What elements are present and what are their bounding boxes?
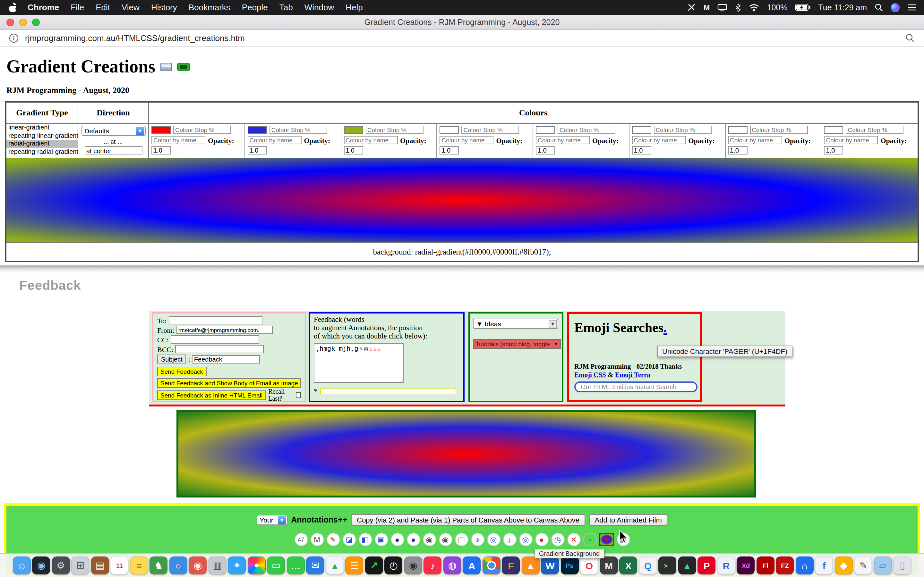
dock-icon-photos[interactable] [248,556,266,574]
dock-icon-finder[interactable]: ☺ [13,556,31,574]
menu-item-window[interactable]: Window [299,3,340,12]
copy-paste-canvas-button[interactable]: Copy (via 2) and Paste (via 1) Parts of … [351,514,585,526]
colour-name-input[interactable] [248,136,302,144]
dock-icon-stocks[interactable]: ↗ [365,556,383,574]
menu-clock[interactable]: Tue 11:29 am [819,3,867,12]
annotation-icon[interactable]: M [310,533,324,546]
annotation-icon[interactable]: ◉ [423,533,436,546]
dock-icon-camera[interactable]: ◉ [404,556,422,574]
dock-icon-pinterest[interactable]: P [698,556,716,574]
dock-icon-siri[interactable]: ◉ [32,556,50,574]
dock-icon-launchpad[interactable]: ⊞ [71,556,89,574]
direction-select[interactable]: Defaults ▼ [81,126,145,136]
opacity-input[interactable] [824,146,843,155]
from-input[interactable] [176,326,273,334]
gmail-icon[interactable]: M [704,3,710,12]
dock-icon-sketch[interactable]: ◆ [835,556,853,574]
gradient-type-option[interactable]: repeating-linear-gradient [6,132,78,140]
colour-stop-input[interactable] [270,126,327,134]
dock-icon-chrome[interactable] [483,556,501,574]
dock-icon-firefox[interactable]: F [502,556,520,574]
dock-icon-photoshop[interactable]: Ps [561,556,579,574]
dock-icon-mail[interactable]: ✉ [306,556,325,574]
dock-icon-terminal[interactable]: >_ [659,556,677,574]
dock-icon-reminders[interactable]: ☰ [346,556,363,574]
page-info-icon[interactable] [9,33,19,43]
colour-swatch[interactable] [536,126,555,134]
subject-input[interactable] [192,355,260,363]
gradient-type-option[interactable]: radial-gradient [6,140,78,148]
menu-item-people[interactable]: People [236,3,274,12]
colour-stop-input[interactable] [462,126,519,134]
annotation-icon[interactable]: ◷ [551,533,564,546]
spotlight-icon[interactable] [875,3,883,11]
colour-stop-input[interactable] [654,126,712,134]
siri-icon[interactable] [891,3,900,12]
gradient-type-list[interactable]: linear-gradientrepeating-linear-gradient… [6,124,78,158]
browser-url-bar[interactable]: rjmprogramming.com.au/HTMLCSS/gradient_c… [0,30,924,47]
colour-swatch[interactable] [824,126,843,134]
colour-name-input[interactable] [536,136,590,144]
opacity-input[interactable] [632,146,651,155]
your-select[interactable]: Your ▼ [256,515,287,525]
opacity-input[interactable] [248,146,267,155]
direction-input[interactable] [84,146,142,155]
colour-swatch[interactable] [248,126,267,134]
dock-icon-podcasts[interactable]: ◍ [443,556,461,574]
annotation-icon[interactable]: ▢ [455,533,468,546]
feedback-textarea[interactable]: ,hmgk mjh,g✎▤♨♨♨ ◿ [314,343,404,383]
wifi-icon[interactable] [749,3,759,11]
gradient-type-option[interactable]: repeating-radial-gradient [6,148,78,156]
annotation-icon[interactable]: ● [535,533,548,546]
dock-icon-calendar[interactable]: 11 [111,556,129,574]
dock-icon-quicktime[interactable]: Q [639,556,657,574]
send-feedback-button[interactable]: Send Feedback [157,367,206,376]
dock-icon-notes[interactable]: ≡ [130,556,148,574]
annotation-icon[interactable]: ♪ [471,533,484,546]
dock-icon-maps[interactable]: ▲ [326,556,344,574]
dock-icon-photo-booth[interactable]: ◉ [189,556,207,574]
dock-icon-facetime[interactable]: ▭ [267,556,285,574]
annotation-icon[interactable]: ● [407,533,420,546]
annotation-position-input[interactable] [320,388,456,394]
annotation-icon[interactable]: ✕ [567,533,580,546]
dock-icon-settings-dark[interactable]: ⚙ [52,556,70,574]
colour-swatch[interactable] [632,126,651,134]
send-feedback-image-button[interactable]: Send Feedback and Show Body of Email as … [157,378,301,388]
annotation-icon[interactable]: ▣ [375,533,388,546]
dock-icon-clock[interactable]: ◴ [384,556,403,574]
opacity-input[interactable] [152,146,171,155]
cc-input[interactable] [170,335,259,343]
colour-name-input[interactable] [728,136,782,144]
url-text[interactable]: rjmprogramming.com.au/HTMLCSS/gradient_c… [25,33,245,43]
resize-grip-icon[interactable]: ◿ [400,378,403,384]
annotation-icon[interactable]: ◪ [342,533,356,546]
emoji-entities-search-input[interactable] [574,382,698,392]
annotation-icon[interactable]: 47 [294,533,308,546]
opacity-input[interactable] [536,146,555,155]
dock-icon-downloads-folder[interactable]: ▱ [874,556,892,574]
colour-swatch[interactable] [152,126,171,134]
colour-stop-input[interactable] [846,126,904,134]
colour-swatch[interactable] [440,126,459,134]
display-icon[interactable] [718,3,727,11]
dock-icon-mamp[interactable]: M [600,556,618,574]
bcc-input[interactable] [175,345,264,353]
dock-icon-messages[interactable]: … [287,556,305,574]
dock-icon-android-studio[interactable]: ▲ [678,556,696,574]
tutorials-select[interactable]: Tutorials (show blog, toggle ▼ [473,339,561,349]
dock-icon-excel[interactable]: X [620,556,638,574]
dock-icon-opera[interactable]: O [580,556,598,574]
pager-icon[interactable] [177,63,190,71]
menu-item-help[interactable]: Help [340,3,368,12]
menu-item-chrome[interactable]: Chrome [22,3,65,12]
bluetooth-icon[interactable] [735,3,741,12]
utility-icon[interactable] [688,3,696,11]
notification-center-icon[interactable] [907,4,916,11]
subject-button[interactable]: Subject [157,355,186,364]
dock-icon-drawing-app[interactable]: ✎ [855,556,872,574]
annotation-icon[interactable]: ◉ [439,533,452,546]
annotation-icon[interactable]: ● [391,533,404,546]
search-icon[interactable] [905,33,915,43]
colour-stop-input[interactable] [557,126,615,134]
